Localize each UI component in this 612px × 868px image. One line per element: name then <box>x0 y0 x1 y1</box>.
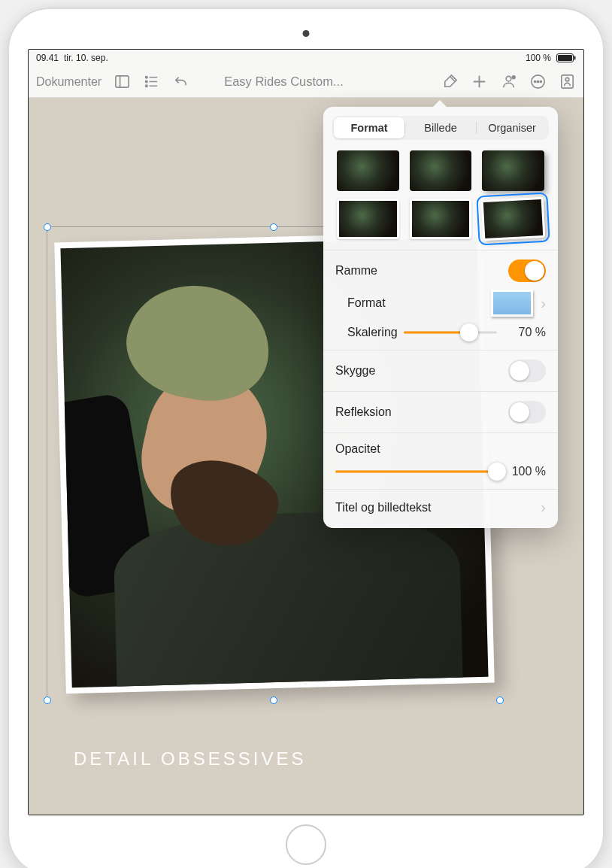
selection-handle[interactable] <box>270 697 277 704</box>
svg-point-6 <box>146 80 147 82</box>
status-battery-pct: 100 % <box>526 53 551 63</box>
opacity-slider[interactable] <box>335 463 497 480</box>
tab-image[interactable]: Billede <box>405 117 476 138</box>
svg-point-16 <box>535 80 536 82</box>
style-thumb[interactable] <box>410 199 472 239</box>
popover-tabs: Format Billede Organiser <box>332 116 549 140</box>
svg-rect-3 <box>116 76 129 87</box>
svg-point-14 <box>512 76 515 79</box>
ipad-device: 09.41 tir. 10. sep. 100 % Dokumenter <box>8 8 604 868</box>
screen: 09.41 tir. 10. sep. 100 % Dokumenter <box>28 49 584 815</box>
outline-icon[interactable] <box>143 73 160 90</box>
reflection-label: Refleksion <box>335 405 392 419</box>
battery-icon <box>556 53 576 62</box>
frame-label: Ramme <box>335 264 377 278</box>
toolbar: Dokumenter Easy Rides Custom... <box>29 66 583 98</box>
opacity-value: 100 % <box>504 465 546 478</box>
back-button[interactable]: Dokumenter <box>36 75 101 89</box>
svg-point-13 <box>506 76 511 81</box>
style-thumb[interactable] <box>337 199 399 239</box>
style-presets <box>323 147 558 250</box>
caption-label: Titel og billedtekst <box>335 501 431 514</box>
format-popover: Format Billede Organiser Ramme <box>323 107 558 528</box>
page-caption[interactable]: DETAIL OBSESSIVES <box>74 748 306 769</box>
svg-rect-2 <box>574 56 576 60</box>
opacity-section: Opacitet 100 % <box>323 432 558 489</box>
sidebar-icon[interactable] <box>114 73 131 90</box>
selection-handle[interactable] <box>496 697 504 704</box>
caption-section[interactable]: Titel og billedtekst › <box>323 489 558 528</box>
scale-slider[interactable] <box>404 324 497 341</box>
shadow-section: Skygge <box>323 350 558 391</box>
scale-value: 70 % <box>504 326 546 339</box>
chevron-right-icon[interactable]: › <box>541 295 546 312</box>
svg-point-7 <box>146 85 147 86</box>
svg-rect-1 <box>558 55 572 61</box>
style-thumb[interactable] <box>410 150 472 191</box>
opacity-label: Opacitet <box>335 442 380 456</box>
svg-point-5 <box>146 77 147 78</box>
selection-handle[interactable] <box>44 697 51 704</box>
reflection-toggle[interactable] <box>508 401 546 423</box>
tab-organize[interactable]: Organiser <box>477 117 547 138</box>
more-icon[interactable] <box>529 73 547 90</box>
status-time: 09.41 <box>36 53 59 63</box>
status-bar: 09.41 tir. 10. sep. 100 % <box>29 50 583 66</box>
status-date: tir. 10. sep. <box>64 53 108 63</box>
svg-point-20 <box>565 77 569 81</box>
svg-point-18 <box>540 80 541 82</box>
frame-format-swatch[interactable] <box>491 290 533 317</box>
shadow-label: Skygge <box>335 364 375 378</box>
chevron-right-icon: › <box>541 499 546 516</box>
tab-format[interactable]: Format <box>334 117 404 138</box>
insert-plus-icon[interactable] <box>471 73 488 90</box>
scale-label: Skalering <box>347 326 398 339</box>
reflection-section: Refleksion <box>323 391 558 432</box>
undo-icon[interactable] <box>172 73 189 90</box>
collaborate-icon[interactable] <box>500 73 517 90</box>
frame-section: Ramme Format › Skalering <box>323 250 558 350</box>
home-button[interactable] <box>286 824 326 865</box>
selection-handle[interactable] <box>270 223 277 231</box>
style-thumb-selected[interactable] <box>481 197 545 241</box>
document-title[interactable]: Easy Rides Custom... <box>224 74 344 89</box>
camera-dot <box>303 30 310 37</box>
frame-format-label: Format <box>347 296 386 310</box>
selection-handle[interactable] <box>44 223 51 231</box>
frame-toggle[interactable] <box>508 259 546 282</box>
format-brush-icon[interactable] <box>441 73 459 90</box>
shadow-toggle[interactable] <box>508 360 546 382</box>
presenter-icon[interactable] <box>559 73 576 90</box>
style-thumb[interactable] <box>482 150 544 191</box>
style-thumb[interactable] <box>337 150 399 191</box>
svg-point-17 <box>537 80 538 82</box>
